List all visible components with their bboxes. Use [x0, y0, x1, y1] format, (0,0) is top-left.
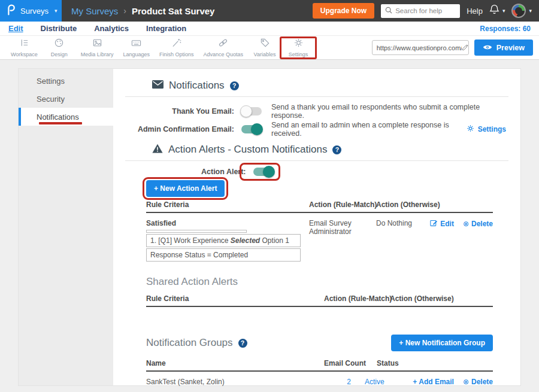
edit-pencil-icon	[430, 219, 438, 229]
divider	[125, 160, 508, 161]
admin-confirmation-toggle[interactable]	[241, 125, 262, 133]
breadcrumb: My Surveys › Product Sat Survey	[71, 6, 214, 16]
shared-alerts-table: Rule Criteria Action (Rule-Match) Action…	[146, 294, 493, 307]
col-status: Status	[377, 359, 428, 367]
action-alerts-section-header: Action Alerts - Custom Notifications ?	[152, 144, 508, 156]
bell-icon	[489, 4, 499, 17]
alert-status: Satisfied	[146, 219, 309, 227]
envelope-icon	[152, 80, 163, 92]
annotation-underline-notifications	[39, 122, 82, 124]
settings-sidebar: Settings Security Notifications	[19, 69, 113, 385]
notification-groups-header: Notification Groups ?	[146, 337, 247, 349]
action-alert-row: Satisfied 1. [Q1] Work Experience Select…	[146, 213, 493, 262]
survey-url-input[interactable]	[377, 44, 462, 51]
keyboard-icon	[131, 38, 141, 50]
tab-integration[interactable]: Integration	[146, 24, 186, 33]
account-menu[interactable]: ▾	[511, 4, 532, 18]
pencil-icon[interactable]	[462, 42, 469, 53]
action-alerts-table: Rule Criteria Action (Rule-Match) Action…	[146, 200, 493, 262]
criteria-line-2: Response Status = Completed	[146, 248, 301, 262]
help-link[interactable]: Help	[467, 7, 483, 16]
group-name: SankTest (Sanket, Zolin)	[146, 378, 314, 386]
group-status-link[interactable]: Active	[365, 378, 384, 386]
help-search[interactable]	[381, 4, 460, 18]
action-alert-toggle[interactable]	[253, 168, 274, 176]
responses-count[interactable]: Responses: 60	[480, 25, 539, 33]
edit-alert-link[interactable]: Edit	[430, 219, 454, 229]
tab-edit[interactable]: Edit	[8, 24, 23, 33]
circle-x-icon: ⊗	[463, 220, 469, 228]
toolbar-item-languages[interactable]: Languages	[118, 37, 155, 59]
tab-distribute[interactable]: Distribute	[41, 24, 77, 33]
alert-otherwise-action: Do Nothing	[376, 219, 428, 227]
preview-button[interactable]: Preview	[474, 39, 533, 56]
search-icon	[385, 5, 392, 16]
circle-x-icon: ⊗	[463, 378, 469, 386]
col-rule-match: Action (Rule-Match)	[324, 294, 390, 303]
eye-icon	[483, 44, 492, 52]
notifications-bell[interactable]: ▾	[489, 4, 505, 17]
sidebar-item-notifications[interactable]: Notifications	[19, 108, 113, 126]
main-nav: Edit Distribute Analytics Integration Re…	[0, 22, 539, 36]
caret-down-icon: ▾	[529, 8, 532, 14]
help-icon[interactable]: ?	[332, 145, 341, 154]
delete-group-link[interactable]: ⊗ Delete	[463, 378, 493, 386]
wand-icon	[171, 38, 181, 50]
admin-confirmation-description: Send an email to admin when a complete r…	[271, 121, 467, 138]
thank-you-email-toggle[interactable]	[241, 107, 262, 116]
group-email-count-link[interactable]: 2	[347, 378, 351, 386]
toolbar-item-finish-options[interactable]: Finish Options	[155, 37, 199, 59]
admin-confirmation-row: Admin Confirmation Email: Send an email …	[125, 123, 508, 135]
admin-confirmation-label: Admin Confirmation Email:	[125, 125, 234, 133]
caret-down-icon: ▾	[502, 8, 505, 14]
breadcrumb-parent[interactable]: My Surveys	[71, 6, 118, 16]
toolbar-item-advance-quotas[interactable]: Advance Quotas	[198, 37, 248, 59]
upgrade-now-button[interactable]: Upgrade Now	[313, 3, 374, 19]
sidebar-item-settings[interactable]: Settings	[19, 72, 113, 90]
criteria-line-1: 1. [Q1] Work Experience Selected Option …	[146, 234, 301, 247]
divider	[125, 96, 508, 97]
product-menu-label: Surveys	[20, 7, 49, 16]
col-name: Name	[146, 359, 324, 367]
toolbar-item-variables[interactable]: Variables	[248, 37, 281, 59]
admin-confirmation-settings-link[interactable]: Settings	[467, 124, 508, 134]
gear-icon	[467, 124, 474, 134]
thank-you-email-row: Thank You Email: Send a thank you email …	[125, 105, 508, 117]
edit-toolbar: Workspace Design Media Library Languages…	[0, 36, 539, 60]
delete-alert-link[interactable]: ⊗ Delete	[463, 219, 493, 229]
tab-analytics[interactable]: Analytics	[94, 24, 129, 33]
col-rule-criteria: Rule Criteria	[146, 294, 324, 303]
top-header: Surveys ▾ My Surveys › Product Sat Surve…	[0, 0, 539, 22]
survey-url-field[interactable]	[372, 40, 469, 55]
search-input[interactable]	[395, 7, 456, 14]
col-otherwise: Action (Otherwise)	[390, 294, 493, 303]
product-switcher[interactable]: Surveys ▾	[0, 0, 62, 22]
workspace-icon	[19, 38, 29, 50]
toolbar-item-media-library[interactable]: Media Library	[76, 37, 119, 59]
header-right: Upgrade Now Help ▾ ▾	[313, 3, 539, 19]
alert-rule-match-action: Email Survey Administrator	[309, 219, 376, 236]
help-icon[interactable]: ?	[238, 339, 247, 348]
toolbar-item-settings[interactable]: Settings	[281, 37, 315, 59]
add-email-link[interactable]: + Add Email	[413, 378, 454, 386]
settings-card: Settings Security Notifications Notifi	[18, 68, 521, 386]
new-action-alert-button[interactable]: + New Action Alert	[146, 180, 225, 197]
tag-icon	[260, 38, 270, 50]
caret-down-icon: ▾	[54, 8, 57, 14]
thank-you-email-description: Send a thank you email to respondents wh…	[271, 103, 508, 120]
notification-groups-table: Name Email Count Status SankTest (Sanket…	[146, 359, 493, 392]
action-alert-label: Action Alert:	[201, 168, 246, 176]
section-title: Action Alerts - Custom Notifications	[168, 144, 327, 156]
shared-action-alerts-header: Shared Action Alerts	[146, 276, 508, 288]
sidebar-item-security[interactable]: Security	[19, 90, 113, 108]
image-icon	[92, 38, 102, 50]
toolbar-item-design[interactable]: Design	[43, 37, 76, 59]
questionpro-logo-icon	[7, 4, 16, 18]
shared-alerts-table-header: Rule Criteria Action (Rule-Match) Action…	[146, 294, 493, 307]
palette-icon	[54, 38, 64, 50]
help-icon[interactable]: ?	[230, 81, 239, 90]
action-alert-toggle-row: Action Alert:	[201, 166, 508, 178]
new-notification-group-button[interactable]: + New Notification Group	[391, 335, 493, 351]
toolbar-item-workspace[interactable]: Workspace	[6, 37, 43, 59]
notification-groups-header-row: Notification Groups ? + New Notification…	[146, 335, 493, 351]
